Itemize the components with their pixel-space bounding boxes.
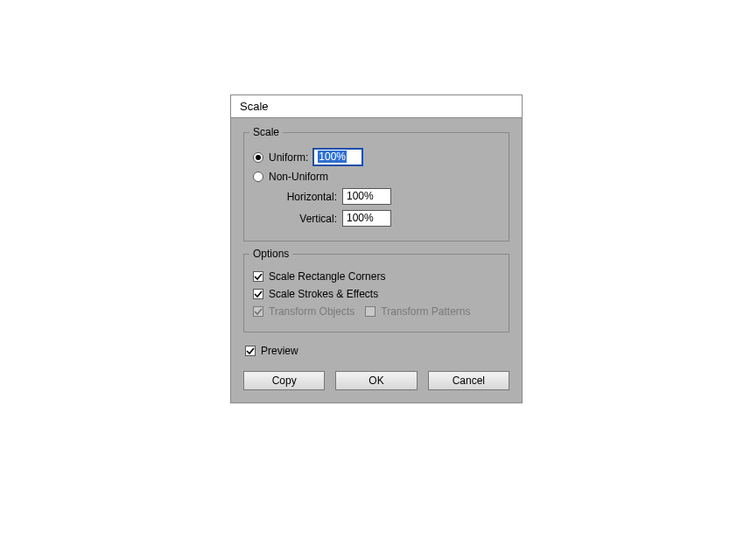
scale-strokes-row: Scale Strokes & Effects xyxy=(253,288,500,300)
horizontal-row: Horizontal: 100% xyxy=(270,188,500,205)
scale-strokes-label: Scale Strokes & Effects xyxy=(269,288,378,300)
scale-strokes-checkbox[interactable] xyxy=(253,289,263,299)
preview-checkbox[interactable] xyxy=(245,346,256,356)
options-legend: Options xyxy=(249,248,292,260)
transform-patterns-checkbox xyxy=(365,306,376,317)
preview-row: Preview xyxy=(245,345,509,357)
ok-button[interactable]: OK xyxy=(335,371,417,390)
vertical-row: Vertical: 100% xyxy=(270,210,500,227)
scale-corners-label: Scale Rectangle Corners xyxy=(269,270,385,283)
horizontal-input[interactable]: 100% xyxy=(342,188,391,205)
scale-corners-row: Scale Rectangle Corners xyxy=(253,270,500,283)
vertical-label: Vertical: xyxy=(270,213,337,225)
dialog-body: Scale Uniform: 100% Non-Uniform Horizont… xyxy=(231,118,522,402)
check-icon xyxy=(246,346,255,355)
scale-group: Scale Uniform: 100% Non-Uniform Horizont… xyxy=(243,132,509,242)
nonuniform-label: Non-Uniform xyxy=(269,171,328,183)
uniform-row: Uniform: 100% xyxy=(253,149,500,165)
copy-button[interactable]: Copy xyxy=(243,371,325,390)
dialog-title: Scale xyxy=(231,95,522,118)
cancel-button[interactable]: Cancel xyxy=(428,371,509,390)
check-icon xyxy=(254,290,263,298)
scale-legend: Scale xyxy=(249,126,283,138)
button-row: Copy OK Cancel xyxy=(243,371,509,390)
transform-patterns-label: Transform Patterns xyxy=(381,305,470,318)
scale-dialog: Scale Scale Uniform: 100% Non-Uniform Ho… xyxy=(230,94,523,403)
vertical-input[interactable]: 100% xyxy=(342,210,391,227)
uniform-label: Uniform: xyxy=(269,151,308,164)
nonuniform-radio[interactable] xyxy=(253,172,263,182)
transform-row: Transform Objects Transform Patterns xyxy=(253,305,500,318)
preview-label: Preview xyxy=(261,345,298,357)
options-group: Options Scale Rectangle Corners Scale St… xyxy=(243,254,509,332)
check-icon xyxy=(254,272,263,281)
uniform-input[interactable]: 100% xyxy=(313,149,362,165)
transform-objects-label: Transform Objects xyxy=(269,305,354,318)
uniform-radio[interactable] xyxy=(253,152,263,163)
horizontal-label: Horizontal: xyxy=(270,191,337,203)
nonuniform-row: Non-Uniform xyxy=(253,171,500,183)
transform-objects-checkbox xyxy=(253,306,263,317)
scale-corners-checkbox[interactable] xyxy=(253,271,263,282)
check-icon xyxy=(254,307,263,316)
